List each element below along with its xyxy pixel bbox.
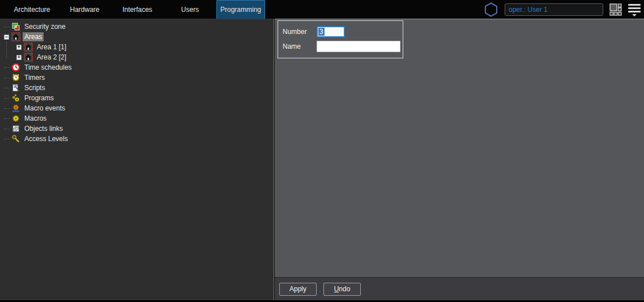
tree-connector — [2, 63, 11, 72]
area-house-icon — [24, 53, 33, 62]
tree-item-label: Timers — [23, 73, 46, 82]
tree-item-label: Area 1 [1] — [35, 42, 68, 52]
nav-tabs: Architecture Hardware Interfaces Users P… — [6, 0, 265, 19]
area-house-icon — [11, 32, 20, 41]
hamburger-menu-icon[interactable] — [628, 3, 641, 16]
number-input[interactable]: 3 — [317, 26, 345, 37]
tab-hardware[interactable]: Hardware — [58, 0, 111, 19]
tree-item-label: Programs — [23, 93, 56, 103]
tree-item-label: Area 2 [2] — [35, 53, 68, 62]
tree-connector — [2, 104, 11, 113]
tree-item-label: Objects links — [23, 124, 65, 133]
tree-item-label: Access Levels — [23, 134, 70, 143]
tree-item-time-schedules[interactable]: Time schedules — [0, 62, 274, 73]
tab-programming[interactable]: Programming — [216, 0, 265, 19]
objects-links-icon — [11, 124, 20, 133]
macros-icon — [11, 114, 20, 123]
tree-item-label: Macros — [23, 114, 48, 123]
area-editor: Number 3 Name — [275, 19, 644, 277]
plus-expand-box-icon[interactable]: + — [16, 45, 22, 50]
apply-button[interactable]: Apply — [279, 283, 317, 296]
name-label: Name — [283, 42, 317, 50]
current-user-field[interactable] — [505, 3, 603, 16]
nav-right-cluster — [484, 0, 641, 19]
tab-users[interactable]: Users — [164, 0, 216, 19]
tree-item-label: Security zone — [23, 22, 67, 31]
tree-connector — [2, 134, 11, 143]
tree-connector — [2, 83, 11, 92]
tree-item-area-1-1[interactable]: +Area 1 [1] — [0, 42, 274, 52]
tree-item-macro-events[interactable]: Macro events — [0, 103, 274, 113]
tree-connector — [2, 124, 11, 133]
timer-clock-icon — [11, 73, 20, 82]
macro-events-icon — [11, 104, 20, 113]
name-input[interactable] — [317, 41, 400, 52]
plus-expand-box-icon[interactable]: + — [16, 55, 22, 60]
name-row: Name — [283, 40, 398, 53]
area-properties-group: Number 3 Name — [278, 20, 403, 58]
action-bar: Apply Undo — [275, 277, 644, 300]
minus-expand-box-icon[interactable]: − — [4, 35, 9, 40]
grid-layout-icon[interactable] — [609, 3, 622, 16]
script-icon — [11, 83, 20, 92]
programs-icon — [11, 93, 20, 103]
detail-panel: Number 3 Name Apply Undo — [275, 19, 644, 300]
time-schedule-icon — [11, 63, 20, 72]
selected-text: 3 — [318, 28, 325, 36]
programming-tree: Security zone−Areas+Area 1 [1]+Area 2 [2… — [0, 22, 274, 144]
tree-item-area-2-2[interactable]: +Area 2 [2] — [0, 52, 274, 62]
tree-connector — [2, 114, 11, 123]
number-row: Number 3 — [283, 25, 398, 38]
security-zone-icon — [11, 22, 20, 31]
tree-item-timers[interactable]: Timers — [0, 73, 274, 83]
undo-button[interactable]: Undo — [323, 283, 361, 296]
tree-item-label: Areas — [23, 32, 44, 41]
top-nav-bar: Architecture Hardware Interfaces Users P… — [0, 0, 644, 19]
number-label: Number — [283, 28, 317, 36]
tree-connector-line — [6, 42, 7, 58]
tree-connector — [2, 22, 11, 31]
tree-item-areas[interactable]: −Areas — [0, 32, 274, 42]
hexagon-icon — [484, 2, 498, 17]
tree-item-label: Time schedules — [23, 63, 74, 72]
tree-item-access-levels[interactable]: Access Levels — [0, 134, 274, 144]
tab-architecture[interactable]: Architecture — [6, 0, 58, 19]
tree-item-label: Scripts — [23, 83, 47, 92]
tree-item-programs[interactable]: Programs — [0, 93, 274, 103]
tree-item-security-zone[interactable]: Security zone — [0, 22, 274, 32]
tab-interfaces[interactable]: Interfaces — [111, 0, 164, 19]
tree-item-macros[interactable]: Macros — [0, 113, 274, 124]
access-levels-icon — [11, 134, 20, 143]
tree-item-scripts[interactable]: Scripts — [0, 83, 274, 93]
tree-item-label: Macro events — [23, 104, 67, 113]
tree-connector — [2, 73, 11, 82]
area-house-icon — [24, 42, 33, 52]
navigation-tree-panel: Security zone−Areas+Area 1 [1]+Area 2 [2… — [0, 19, 274, 300]
tree-item-objects-links[interactable]: Objects links — [0, 124, 274, 134]
tree-connector — [2, 93, 11, 103]
